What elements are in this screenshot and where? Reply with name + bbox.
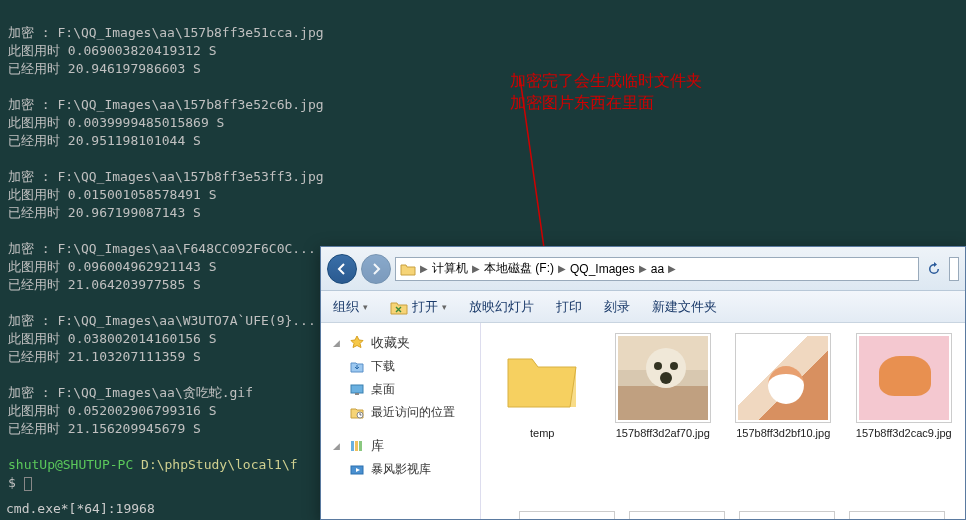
sidebar-library[interactable]: ◢ 库 [327, 434, 474, 458]
chevron-right-icon: ▶ [637, 263, 649, 274]
chevron-right-icon: ▶ [556, 263, 568, 274]
prompt-path: D:\phpStudy\local1\f [141, 457, 298, 472]
terminal-line: 已经用时 21.103207111359 S [8, 349, 201, 364]
svg-rect-6 [355, 441, 358, 451]
sidebar-desktop[interactable]: 桌面 [327, 378, 474, 401]
nav-forward-button[interactable] [361, 254, 391, 284]
terminal-line: 加密 : F:\QQ_Images\aa\157b8ff3e53ff3.jpg [8, 169, 324, 184]
annotation-line1: 加密完了会生成临时文件夹 [510, 70, 702, 92]
cursor[interactable] [24, 477, 32, 491]
explorer-content[interactable]: temp 157b8ff3d2af70.jpg 157b8ff3d2bf10.j… [481, 323, 965, 519]
star-icon [349, 335, 365, 351]
toolbar-open[interactable]: 打开▾ [390, 298, 447, 316]
collapse-icon: ◢ [333, 338, 343, 348]
file-label: 157b8ff3d2af70.jpg [616, 427, 710, 440]
collapse-icon: ◢ [333, 441, 343, 451]
chevron-right-icon: ▶ [470, 263, 482, 274]
download-icon [349, 359, 365, 375]
terminal-line: 此图用时 0.069003820419312 S [8, 43, 217, 58]
toolbar-organize[interactable]: 组织▾ [333, 298, 368, 316]
terminal-status: cmd.exe*[*64]:19968 [6, 500, 155, 518]
content-next-row [505, 511, 965, 519]
svg-rect-7 [359, 441, 362, 451]
terminal-line: 加密 : F:\QQ_Images\aa\贪吃蛇.gif [8, 385, 253, 400]
refresh-button[interactable] [923, 258, 945, 280]
address-bar[interactable]: ▶ 计算机 ▶ 本地磁盘 (F:) ▶ QQ_Images ▶ aa ▶ [395, 257, 919, 281]
explorer-body: ◢ 收藏夹 下载 桌面 最近访问的位置 [321, 323, 965, 519]
chevron-right-icon: ▶ [418, 263, 430, 274]
terminal-line: 此图用时 0.038002014160156 S [8, 331, 217, 346]
svg-rect-2 [351, 385, 363, 393]
explorer-toolbar: 组织▾ 打开▾ 放映幻灯片 打印 刻录 新建文件夹 [321, 291, 965, 323]
search-input[interactable] [949, 257, 959, 281]
open-folder-icon [390, 299, 408, 315]
recent-icon [349, 405, 365, 421]
terminal-line: 此图用时 0.052002906799316 S [8, 403, 217, 418]
svg-rect-3 [355, 393, 359, 395]
terminal-line: 加密 : F:\QQ_Images\aa\157b8ff3e51cca.jpg [8, 25, 324, 40]
image-thumbnail [615, 333, 711, 423]
breadcrumb-computer[interactable]: 计算机 [432, 260, 468, 277]
annotation-line2: 加密图片东西在里面 [510, 92, 702, 114]
file-label: temp [530, 427, 554, 440]
breadcrumb-folder2[interactable]: aa [651, 262, 664, 276]
sidebar-recent[interactable]: 最近访问的位置 [327, 401, 474, 424]
toolbar-slideshow[interactable]: 放映幻灯片 [469, 298, 534, 316]
terminal-line: 已经用时 21.064203977585 S [8, 277, 201, 292]
prompt-dollar: $ [8, 475, 24, 490]
nav-back-button[interactable] [327, 254, 357, 284]
toolbar-burn[interactable]: 刻录 [604, 298, 630, 316]
library-icon [349, 438, 365, 454]
sidebar-favorites[interactable]: ◢ 收藏夹 [327, 331, 474, 355]
folder-icon [400, 262, 416, 276]
explorer-sidebar: ◢ 收藏夹 下载 桌面 最近访问的位置 [321, 323, 481, 519]
terminal-line: 已经用时 20.951198101044 S [8, 133, 201, 148]
terminal-line: 加密 : F:\QQ_Images\aa\157b8ff3e52c6b.jpg [8, 97, 324, 112]
annotation-text: 加密完了会生成临时文件夹 加密图片东西在里面 [510, 70, 702, 114]
sidebar-downloads[interactable]: 下载 [327, 355, 474, 378]
prompt-user: shutUp@SHUTUP-PC [8, 457, 133, 472]
breadcrumb-folder1[interactable]: QQ_Images [570, 262, 635, 276]
terminal-line: 已经用时 21.156209945679 S [8, 421, 201, 436]
image-item[interactable]: 157b8ff3d2bf10.jpg [730, 333, 837, 440]
image-item[interactable]: 157b8ff3d2cac9.jpg [851, 333, 958, 440]
toolbar-new-folder[interactable]: 新建文件夹 [652, 298, 717, 316]
file-label: 157b8ff3d2bf10.jpg [736, 427, 830, 440]
desktop-icon [349, 382, 365, 398]
terminal-line: 已经用时 20.946197986603 S [8, 61, 201, 76]
video-icon [349, 462, 365, 478]
terminal-line: 加密 : F:\QQ_Images\aa\W3UTO7A`UFE(9}... [8, 313, 316, 328]
terminal-line: 此图用时 0.096004962921143 S [8, 259, 217, 274]
explorer-titlebar: ▶ 计算机 ▶ 本地磁盘 (F:) ▶ QQ_Images ▶ aa ▶ [321, 247, 965, 291]
image-item[interactable]: 157b8ff3d2af70.jpg [610, 333, 717, 440]
terminal-line: 加密 : F:\QQ_Images\aa\F648CC092F6C0C... [8, 241, 316, 256]
chevron-right-icon: ▶ [666, 263, 678, 274]
chevron-down-icon: ▾ [363, 302, 368, 312]
terminal-line: 已经用时 20.967199087143 S [8, 205, 201, 220]
toolbar-print[interactable]: 打印 [556, 298, 582, 316]
terminal-line: 此图用时 0.0039999485015869 S [8, 115, 224, 130]
file-explorer-window: ▶ 计算机 ▶ 本地磁盘 (F:) ▶ QQ_Images ▶ aa ▶ 组织▾… [320, 246, 966, 520]
image-thumbnail [735, 333, 831, 423]
chevron-down-icon: ▾ [442, 302, 447, 312]
folder-icon [502, 341, 582, 415]
image-thumbnail [856, 333, 952, 423]
folder-item-temp[interactable]: temp [489, 333, 596, 440]
terminal-line: 此图用时 0.015001058578491 S [8, 187, 217, 202]
sidebar-bfvideo[interactable]: 暴风影视库 [327, 458, 474, 481]
svg-rect-5 [351, 441, 354, 451]
breadcrumb-disk[interactable]: 本地磁盘 (F:) [484, 260, 554, 277]
file-label: 157b8ff3d2cac9.jpg [856, 427, 952, 440]
